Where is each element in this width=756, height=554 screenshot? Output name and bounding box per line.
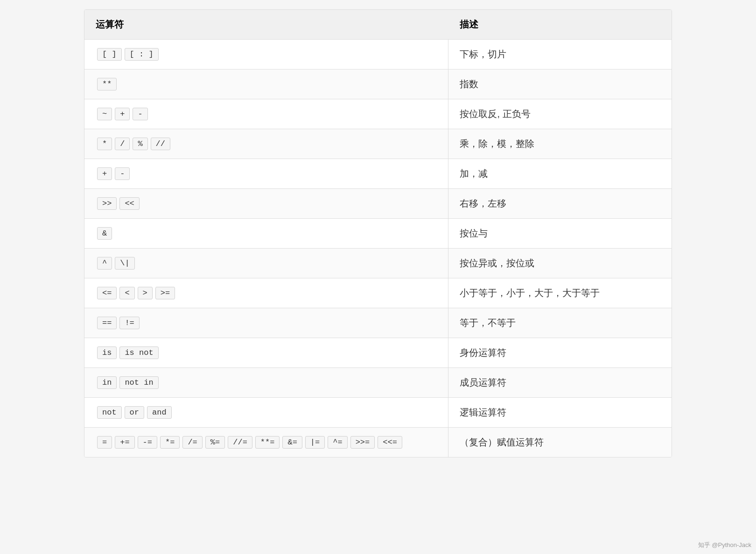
col-header-description: 描述 [448,10,672,40]
operators-cell: +- [84,159,448,189]
table-row: notorand逻辑运算符 [84,398,672,428]
table-row: ^\|按位异或，按位或 [84,249,672,278]
col-header-operators: 运算符 [84,10,448,40]
table-row: innot in成员运算符 [84,368,672,398]
description-cell: 下标，切片 [448,40,672,69]
operators-cell: isis not [84,338,448,368]
operators-cell: innot in [84,368,448,398]
operators-cell: */%// [84,129,448,159]
operators-cell: >><< [84,189,448,219]
operator-badge: != [119,317,139,329]
operator-badge: * [97,138,112,150]
description-cell: 按位异或，按位或 [448,249,672,278]
description-cell: 乘，除，模，整除 [448,129,672,159]
watermark-text: 知乎 @Python-Jack [698,541,751,549]
operator-badge: ~ [97,108,112,120]
operator-badge: - [115,167,130,180]
operator-badge: ** [97,78,117,90]
operator-badge: [ : ] [125,48,159,61]
table-row: ==!=等于，不等于 [84,308,672,338]
description-cell: 成员运算符 [448,368,672,398]
operators-cell: [ ][ : ] [84,40,448,69]
operator-badge: is [97,346,117,359]
operator-badge: < [119,287,134,299]
operator-badge: ^= [328,436,347,449]
operator-badge: & [97,227,112,240]
description-cell: （复合）赋值运算符 [448,428,672,457]
operator-badge: >> [97,197,117,210]
description-cell: 等于，不等于 [448,308,672,338]
operators-cell: ~+- [84,99,448,129]
operator-badge: ^ [97,257,112,270]
operator-badge: <= [97,287,117,299]
operator-badge: -= [138,436,157,449]
table-row: =+=-=*=/=%=//=**=&=|=^=>>=<<=（复合）赋值运算符 [84,428,672,457]
operators-cell: =+=-=*=/=%=//=**=&=|=^=>>=<<= [84,428,448,457]
operator-badge: |= [305,436,325,449]
table-row: [ ][ : ]下标，切片 [84,40,672,69]
operator-badge: not in [119,376,158,389]
operators-cell: ^\| [84,249,448,278]
description-cell: 小于等于，小于，大于，大于等于 [448,278,672,308]
operator-badge: >= [155,287,175,299]
operator-badge: [ ] [97,48,122,61]
operator-badge: == [97,317,117,329]
table-row: &按位与 [84,219,672,249]
description-cell: 按位取反, 正负号 [448,99,672,129]
operators-cell: notorand [84,398,448,428]
table-row: ~+-按位取反, 正负号 [84,99,672,129]
operator-badge: > [138,287,153,299]
operator-badge: not [97,406,122,419]
operator-badge: + [97,167,112,180]
operators-cell: ==!= [84,308,448,338]
table-row: isis not身份运算符 [84,338,672,368]
operator-badge: // [151,138,170,150]
table-row: +-加，减 [84,159,672,189]
description-cell: 逻辑运算符 [448,398,672,428]
operator-badge: %= [205,436,225,449]
operator-badge: >>= [350,436,375,449]
operator-badge: //= [228,436,252,449]
table-row: <=<>>=小于等于，小于，大于，大于等于 [84,278,672,308]
description-cell: 右移，左移 [448,189,672,219]
operator-badge: + [115,108,130,120]
operator-badge: << [119,197,139,210]
operator-badge: \| [115,257,134,270]
operator-badge: and [147,406,172,419]
operator-badge: &= [282,436,302,449]
operators-cell: & [84,219,448,249]
operators-cell: <=<>>= [84,278,448,308]
operator-badge: *= [160,436,180,449]
operator-badge: - [133,108,147,120]
description-cell: 按位与 [448,219,672,249]
operator-badge: % [133,138,147,150]
operator-badge: = [97,436,112,449]
operator-badge: **= [255,436,280,449]
table-row: >><<右移，左移 [84,189,672,219]
operators-table: 运算符 描述 [ ][ : ]下标，切片**指数~+-按位取反, 正负号*/%/… [84,9,672,457]
table-row: */%//乘，除，模，整除 [84,129,672,159]
description-cell: 加，减 [448,159,672,189]
description-cell: 指数 [448,69,672,99]
operator-badge: in [97,376,117,389]
operator-badge: / [115,138,130,150]
operators-cell: ** [84,69,448,99]
table-row: **指数 [84,69,672,99]
operator-badge: or [125,406,144,419]
description-cell: 身份运算符 [448,338,672,368]
operator-badge: is not [119,346,158,359]
operator-badge: /= [182,436,202,449]
operator-badge: <<= [378,436,402,449]
operator-badge: += [115,436,134,449]
